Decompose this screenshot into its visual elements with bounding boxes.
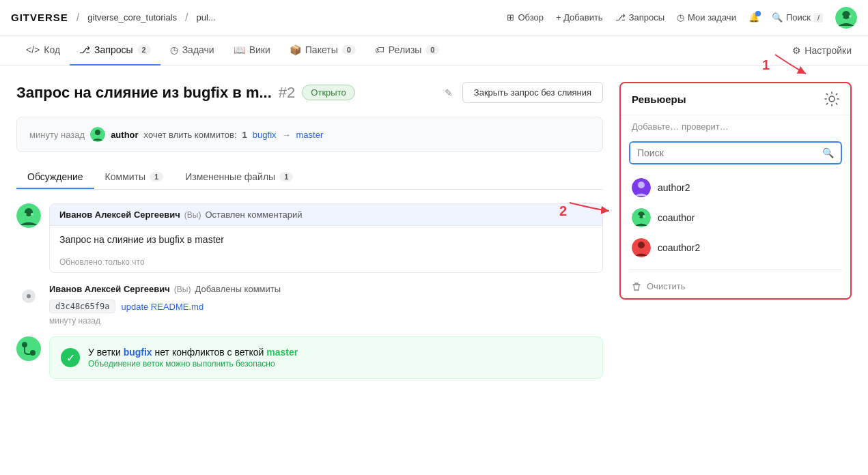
tab-releases[interactable]: 🏷 Релизы 0 [365, 35, 449, 66]
overview-link[interactable]: ⊞ Обзор [507, 12, 544, 23]
discussion-tabs: Обсуждение Коммиты 1 Измененные файлы 1 [16, 166, 603, 190]
merge-source-branch: bugfix [124, 347, 152, 358]
merge-icon: ⎇ [79, 44, 90, 55]
reviewer-name-coauthor2: coauthor2 [658, 242, 700, 253]
tab-discussion-label: Обсуждение [27, 171, 83, 182]
search-link[interactable]: 🔍 Поиск / [772, 12, 823, 23]
search-icon: 🔍 [772, 12, 783, 23]
pr-author-avatar [90, 127, 105, 142]
settings-label: Настройки [804, 45, 852, 56]
comment-updated: Обновлено только что [50, 253, 602, 272]
merge-status-row: ✓ У ветки bugfix нет конфликтов с веткой… [16, 336, 603, 379]
svg-point-8 [24, 213, 27, 216]
svg-point-3 [849, 15, 852, 18]
commit-sha[interactable]: d3c48c65f9a [49, 300, 115, 313]
svg-point-2 [841, 15, 843, 18]
merge-check-icon: ✓ [61, 348, 80, 367]
packages-icon: 📦 [290, 44, 301, 55]
commit-action: Добавлены коммиты [195, 284, 281, 294]
pr-target-branch[interactable]: master [296, 130, 324, 140]
pr-time-ago: минуту назад [29, 130, 85, 140]
reviewer-item-coauthor2[interactable]: coauthor2 [621, 233, 850, 263]
branch-arrow: → [282, 130, 291, 140]
svg-point-9 [31, 213, 33, 216]
pr-author-name[interactable]: author [111, 130, 138, 140]
pr-number: #2 [279, 84, 295, 102]
close-pr-button[interactable]: Закрыть запрос без слияния [462, 82, 603, 103]
pr-status-badge: Открыто [302, 85, 354, 100]
annotation-1-number: 1 [762, 57, 770, 73]
merge-subtitle: Объединение веток можно выполнить безопа… [88, 359, 298, 369]
add-label: + Добавить [556, 12, 603, 23]
commit-you-label: (Вы) [174, 285, 191, 294]
user-avatar[interactable] [835, 7, 857, 29]
clear-label: Очистить [647, 281, 686, 291]
commit-dot-icon [22, 289, 36, 303]
svg-point-12 [22, 342, 27, 347]
edit-pr-button[interactable]: ✎ [442, 85, 456, 101]
brand-logo[interactable]: GITVERSE [11, 12, 68, 23]
commit-details-row: d3c48c65f9a update README.md [49, 300, 603, 313]
tab-wiki-label: Вики [249, 44, 270, 55]
add-link[interactable]: + Добавить [556, 12, 603, 23]
requests-link[interactable]: ⎇ Запросы [615, 12, 664, 23]
commit-activity-item: Иванов Алексей Сергеевич (Вы) Добавлены … [16, 284, 603, 326]
reviewer-name-coauthor: coauthor [658, 212, 695, 223]
pr-title-row: Запрос на слияние из bugfix в m... #2 От… [16, 82, 603, 103]
svg-point-5 [95, 130, 100, 135]
trash-icon [632, 282, 641, 291]
releases-icon: 🏷 [375, 44, 384, 55]
search-shortcut: / [814, 13, 823, 23]
left-column: Запрос на слияние из bugfix в m... #2 От… [16, 82, 603, 379]
svg-point-10 [27, 294, 31, 298]
tab-code[interactable]: </> Код [16, 35, 70, 66]
tab-tasks[interactable]: ◷ Задачи [160, 35, 224, 66]
search-box: 🔍 [629, 141, 842, 164]
pr-action-text: хочет влить коммитов: [144, 130, 237, 140]
comment-author[interactable]: Иванов Алексей Сергеевич [59, 210, 180, 220]
hint-prefix: Добавьте [632, 121, 670, 132]
reviewers-title: Ревьюеры [632, 93, 686, 105]
tab-requests[interactable]: ⎇ Запросы 2 [70, 35, 160, 66]
tab-changed-files[interactable]: Измененные файлы 1 [174, 166, 304, 189]
tab-files-label: Измененные файлы [185, 171, 275, 182]
reviewer-avatar-coauthor [632, 208, 651, 227]
reviewer-item-coauthor[interactable]: coauthor [621, 203, 850, 233]
comment-action: Оставлен комментарий [205, 210, 302, 220]
breadcrumb-repo[interactable]: gitverse_core_tutorials [87, 12, 177, 23]
commit-author[interactable]: Иванов Алексей Сергеевич [49, 284, 170, 294]
reviewer-name-author2: author2 [658, 182, 690, 193]
comment-body: Запрос на слияние из bugfix в master [50, 226, 602, 253]
reviewer-coauthor-row: 2 [621, 203, 850, 233]
clear-reviewers-button[interactable]: Очистить [621, 274, 850, 298]
reviewers-panel: 1 Ревьюеры [619, 82, 852, 300]
hint-suffix: проверит [682, 121, 720, 132]
svg-point-11 [16, 336, 41, 361]
mytasks-link[interactable]: ◷ Мои задачи [677, 12, 736, 23]
overview-icon: ⊞ [507, 12, 514, 23]
breadcrumb-branch[interactable]: pul... [197, 12, 216, 23]
releases-badge: 0 [425, 45, 439, 55]
sub-nav: </> Код ⎇ Запросы 2 ◷ Задачи 📖 Вики 📦 Па… [0, 35, 868, 66]
tab-wiki[interactable]: 📖 Вики [224, 35, 280, 66]
reviewer-item[interactable]: author2 [621, 173, 850, 203]
svg-point-22 [638, 242, 645, 248]
svg-point-16 [638, 182, 645, 188]
comment-header: Иванов Алексей Сергеевич (Вы) Оставлен к… [50, 204, 602, 226]
pr-source-branch[interactable]: bugfix [253, 130, 277, 140]
tab-commits[interactable]: Коммиты 1 [94, 166, 175, 189]
notifications-bell[interactable]: 🔔 [748, 12, 759, 23]
annotation-2-number: 2 [559, 203, 567, 219]
tab-releases-label: Релизы [389, 44, 422, 55]
requests-label: Запросы [629, 12, 664, 23]
tab-discussion[interactable]: Обсуждение [16, 166, 94, 189]
right-column: 1 Ревьюеры [619, 82, 852, 379]
packages-badge: 0 [342, 45, 356, 55]
commit-icon-area [16, 284, 41, 308]
tab-packages[interactable]: 📦 Пакеты 0 [280, 35, 365, 66]
reviewers-gear-button[interactable] [824, 91, 839, 106]
reviewer-search-input[interactable] [630, 143, 815, 163]
commit-message-link[interactable]: update README.md [121, 302, 204, 312]
merge-target-branch: master [266, 347, 298, 358]
tab-tasks-label: Задачи [182, 44, 214, 55]
